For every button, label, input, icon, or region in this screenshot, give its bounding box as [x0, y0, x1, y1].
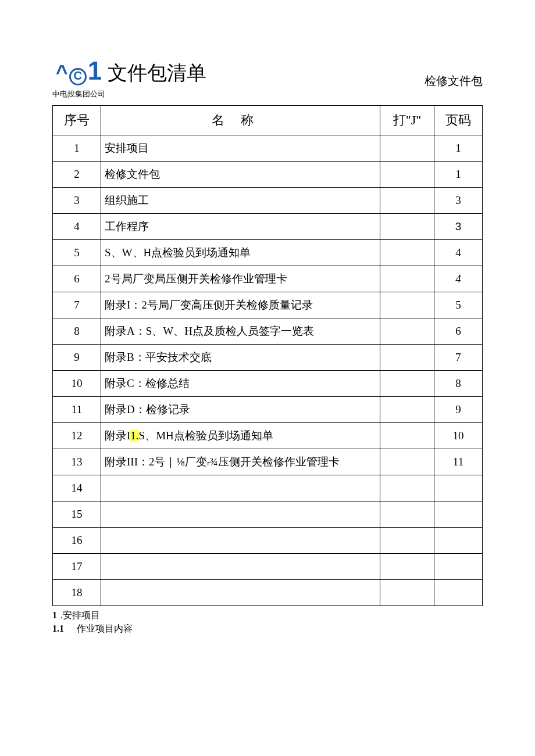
cell-name: 附录D：检修记录	[101, 397, 380, 423]
cell-name: 检修文件包	[101, 162, 380, 188]
cell-seq: 15	[53, 501, 101, 528]
footer-notes: 1.安排项目 1.1作业项目内容	[52, 610, 483, 635]
cell-name: 附录A：S、W、H点及质检人员签字一览表	[101, 318, 380, 345]
logo-c-icon: C	[69, 68, 87, 85]
highlight-text: 1.	[130, 429, 138, 442]
cell-page: 5	[434, 292, 483, 318]
cell-check	[380, 318, 434, 345]
cell-check	[380, 214, 434, 240]
cell-seq: 17	[53, 554, 101, 580]
cell-check	[380, 188, 434, 214]
cell-seq: 9	[53, 345, 101, 371]
cell-page: 6	[434, 318, 483, 345]
footer-line-1: 1.安排项目	[52, 610, 483, 622]
cell-check	[380, 397, 434, 423]
cell-name	[101, 554, 380, 580]
footer-line2-num: 1.1	[52, 624, 64, 633]
cell-seq: 5	[53, 240, 101, 266]
table-row: 7附录I：2号局厂变高压侧开关检修质量记录5	[53, 292, 483, 318]
cell-check	[380, 240, 434, 266]
contents-table: 序号 名称 打"J" 页码 1安排项目12检修文件包13组织施工34工作程序35…	[52, 105, 483, 606]
cell-seq: 3	[53, 188, 101, 214]
table-row: 18	[53, 580, 483, 606]
cell-check	[380, 580, 434, 606]
col-header-seq: 序号	[53, 106, 101, 135]
cell-name: 附录I：2号局厂变高压侧开关检修质量记录	[101, 292, 380, 318]
logo-icon: ^ C 1	[56, 58, 102, 85]
cell-seq: 16	[53, 528, 101, 554]
cell-name	[101, 528, 380, 554]
page-title: 文件包清单	[108, 60, 206, 87]
table-row: 1安排项目1	[53, 135, 483, 162]
cell-name: 附录I1.S、MH点检验员到场通知单	[101, 423, 380, 449]
table-header-row: 序号 名称 打"J" 页码	[53, 106, 483, 135]
cell-check	[380, 292, 434, 318]
cell-check	[380, 554, 434, 580]
table-row: 17	[53, 554, 483, 580]
table-row: 16	[53, 528, 483, 554]
cell-name: 工作程序	[101, 214, 380, 240]
header: ^ C 1 中电投集团公司 文件包清单 检修文件包	[52, 58, 483, 99]
cell-page: 4	[434, 266, 483, 292]
table-row: 10附录C：检修总结8	[53, 371, 483, 397]
table-row: 15	[53, 501, 483, 528]
cell-name	[101, 580, 380, 606]
table-row: 4工作程序3	[53, 214, 483, 240]
cell-seq: 2	[53, 162, 101, 188]
cell-page: 7	[434, 345, 483, 371]
cell-name: 安排项目	[101, 135, 380, 162]
cell-page	[434, 528, 483, 554]
table-body: 1安排项目12检修文件包13组织施工34工作程序35S、W、H点检验员到场通知单…	[53, 135, 483, 606]
cell-page	[434, 580, 483, 606]
cell-seq: 4	[53, 214, 101, 240]
cell-page	[434, 475, 483, 501]
col-header-check: 打"J"	[380, 106, 434, 135]
cell-name: S、W、H点检验员到场通知单	[101, 240, 380, 266]
cell-name: 2号局厂变局压侧开关检修作业管理卡	[101, 266, 380, 292]
table-row: 9附录B：平安技术交底7	[53, 345, 483, 371]
cell-page: 9	[434, 397, 483, 423]
cell-check	[380, 528, 434, 554]
table-row: 8附录A：S、W、H点及质检人员签字一览表6	[53, 318, 483, 345]
footer-line1-num: 1	[52, 610, 57, 620]
document-page: ^ C 1 中电投集团公司 文件包清单 检修文件包 序号 名称 打"J" 页码 …	[0, 0, 535, 670]
cell-name-post: S、MH点检验员到场通知单	[139, 429, 273, 442]
cell-check	[380, 423, 434, 449]
cell-seq: 13	[53, 449, 101, 475]
table-row: 13附录III：2号｜⅛厂变ᵣ¾压侧开关检修作业管理卡11	[53, 449, 483, 475]
cell-name	[101, 501, 380, 528]
cell-page: 1	[434, 162, 483, 188]
cell-check	[380, 266, 434, 292]
table-row: 12附录I1.S、MH点检验员到场通知单10	[53, 423, 483, 449]
cell-seq: 8	[53, 318, 101, 345]
cell-seq: 7	[53, 292, 101, 318]
cell-name-pre: 附录I	[105, 429, 130, 442]
cell-seq: 11	[53, 397, 101, 423]
cell-page	[434, 554, 483, 580]
cell-page: 10	[434, 423, 483, 449]
logo-caret-icon: ^	[56, 62, 68, 83]
cell-name: 附录C：检修总结	[101, 371, 380, 397]
cell-check	[380, 475, 434, 501]
table-row: 11附录D：检修记录9	[53, 397, 483, 423]
cell-seq: 6	[53, 266, 101, 292]
cell-name	[101, 475, 380, 501]
cell-check	[380, 371, 434, 397]
cell-check	[380, 449, 434, 475]
table-row: 3组织施工3	[53, 188, 483, 214]
cell-page: 3	[434, 214, 483, 240]
cell-page: 3	[434, 188, 483, 214]
document-type-label: 检修文件包	[425, 73, 483, 89]
cell-check	[380, 345, 434, 371]
table-row: 62号局厂变局压侧开关检修作业管理卡4	[53, 266, 483, 292]
cell-name: 组织施工	[101, 188, 380, 214]
cell-name: 附录III：2号｜⅛厂变ᵣ¾压侧开关检修作业管理卡	[101, 449, 380, 475]
cell-page: 1	[434, 135, 483, 162]
cell-seq: 14	[53, 475, 101, 501]
cell-seq: 1	[53, 135, 101, 162]
col-header-name: 名称	[101, 106, 380, 135]
col-header-page: 页码	[434, 106, 483, 135]
cell-page	[434, 501, 483, 528]
logo-one-icon: 1	[88, 58, 102, 84]
cell-check	[380, 162, 434, 188]
